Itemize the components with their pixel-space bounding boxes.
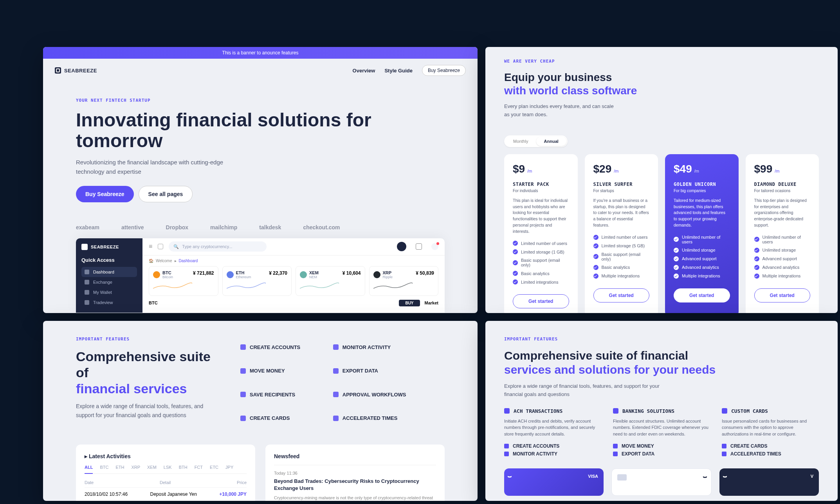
sidebar-item-dashboard[interactable]: Dashboard — [81, 267, 137, 277]
toggle-monthly[interactable]: Monthly — [505, 137, 536, 146]
service-col: BANKING SOLUTIONSFlexible account struct… — [613, 408, 710, 457]
cube-icon[interactable] — [158, 244, 163, 249]
card-dark: V — [719, 468, 819, 496]
tab-XEM[interactable]: XEM — [147, 465, 157, 470]
buy-symbol: BTC — [149, 301, 158, 305]
chip-icon — [617, 474, 627, 481]
service-col: ACH TRANSACTIONSInitiate ACH credits and… — [504, 408, 601, 457]
sidebar-item-tradeview[interactable]: Tradeview — [81, 297, 137, 308]
news-card: Newsfeed Today 11:36 Beyond Bad Trades: … — [265, 445, 445, 501]
mock-topbar: ≡ 🔍Type any cryptocurrency... — [142, 238, 445, 256]
service-link[interactable]: EXPORT DATA — [613, 451, 710, 457]
feature-create-accounts[interactable]: CREATE ACCOUNTS — [240, 337, 314, 358]
services-panel: IMPORTANT FEATURES Comprehensive suite o… — [485, 321, 838, 501]
tab-ETC[interactable]: ETC — [210, 465, 218, 470]
service-link[interactable]: CREATE CARDS — [722, 443, 819, 449]
see-all-button[interactable]: See all pages — [139, 186, 193, 202]
services-eyebrow: IMPORTANT FEATURES — [504, 337, 819, 342]
ticker-XRP[interactable]: XRPRipple¥ 50,839 — [369, 266, 439, 296]
feature-export-data[interactable]: EXPORT DATA — [333, 360, 406, 382]
buy-button[interactable]: Buy Seabreeze — [76, 186, 134, 202]
service-icon — [722, 408, 727, 414]
ticker-XEM[interactable]: XEMNEM¥ 10,604 — [296, 266, 365, 296]
feature-monitor-activity[interactable]: MONITOR ACTIVITY — [333, 337, 406, 358]
check-icon — [513, 271, 518, 276]
tab-BTC[interactable]: BTC — [100, 465, 108, 470]
card-white — [611, 468, 712, 496]
bell-icon[interactable] — [431, 243, 438, 250]
plan-feature: Basic support (email only) — [513, 258, 569, 267]
tab-JPY[interactable]: JPY — [225, 465, 233, 470]
features-sub: Explore a wide range of financial tools,… — [76, 402, 209, 419]
feature-save-recipients[interactable]: SAVE RECIPIENTS — [240, 384, 314, 405]
logo-attentive: attentive — [121, 224, 144, 230]
toggle-annual[interactable]: Annual — [536, 137, 566, 146]
crumb-welcome[interactable]: Welcome — [156, 259, 172, 263]
plan-feature: Limited storage (5 GB) — [593, 243, 650, 248]
sidebar-icon — [85, 290, 89, 295]
pricing-eyebrow: WE ARE VERY CHEAP — [504, 59, 819, 64]
tab-XRP[interactable]: XRP — [131, 465, 140, 470]
sidebar-brand-icon — [81, 244, 88, 250]
brand[interactable]: SEABREEZE — [55, 67, 97, 74]
ticker-BTC[interactable]: BTCBitcoin¥ 721,882 — [149, 266, 218, 296]
feature-accelerated-times[interactable]: ACCELERATED TIMES — [333, 408, 406, 429]
app-mockup: SEABREEZE Quick Access DashboardExchange… — [76, 238, 445, 313]
service-link[interactable]: ACCELERATED TIMES — [722, 451, 819, 457]
hero-sub: Revolutionizing the financial landscape … — [76, 158, 233, 176]
tab-ALL[interactable]: ALL — [85, 465, 93, 474]
gear-icon[interactable] — [416, 243, 422, 250]
ticker-ETH[interactable]: ETHEthereum¥ 22,370 — [222, 266, 292, 296]
tab-FCT[interactable]: FCT — [195, 465, 203, 470]
feature-create-cards[interactable]: CREATE CARDS — [240, 408, 314, 429]
table-row[interactable]: 2018/10/02 10:57:46Deposit Japanese Yen+… — [85, 487, 247, 501]
feature-approval-workflows[interactable]: APPROVAL WORKFLOWS — [333, 384, 406, 405]
features-headline: Comprehensive suite offinancial services — [76, 349, 217, 396]
news-item[interactable]: Today 11:36 Beyond Bad Trades: Cybersecu… — [274, 465, 436, 501]
avatar[interactable] — [397, 242, 406, 251]
announcement-banner[interactable]: This is a banner to anounce features — [43, 47, 478, 59]
search-input[interactable]: 🔍Type any cryptocurrency... — [169, 241, 267, 252]
nav-overview[interactable]: Overview — [353, 68, 375, 74]
plan-feature: Limited storage (1 GB) — [513, 249, 569, 254]
plan-feature: Unlimited storage — [754, 248, 811, 253]
plan-cta-button[interactable]: Get started — [513, 294, 569, 308]
plan-cta-button[interactable]: Get started — [593, 288, 650, 302]
hero-panel: This is a banner to anounce features SEA… — [43, 47, 478, 313]
plan-for: For big companies — [674, 189, 730, 193]
plan-price: $99/m — [754, 163, 811, 175]
sidebar-section-title: Quick Access — [81, 257, 137, 263]
plan-name: DIAMOND DELUXE — [754, 182, 811, 187]
plan-cta-button[interactable]: Get started — [754, 288, 811, 302]
plan-feature: Limited integrations — [513, 279, 569, 284]
plan-silver-surfer: $29/mSILVER SURFERFor startupsIf you're … — [585, 154, 658, 313]
hero-cta-row: Buy Seabreeze See all pages — [76, 186, 445, 202]
billing-toggle[interactable]: Monthly Annual — [504, 135, 568, 147]
tab-ETH[interactable]: ETH — [115, 465, 124, 470]
sidebar-item-my-wallet[interactable]: My Wallet — [81, 287, 137, 297]
sidebar-item-exchange[interactable]: Exchange — [81, 277, 137, 287]
logo-strip: exabeamattentiveDropboxmailchimptalkdesk… — [76, 224, 445, 230]
nav-buy-button[interactable]: Buy Seabreeze — [422, 65, 466, 76]
plan-desc: If you're a small business or a startup,… — [593, 198, 650, 229]
plan-diamond-deluxe: $99/mDIAMOND DELUXEFor tailored ocasions… — [746, 154, 819, 313]
table-header: DateDetailPrice — [85, 478, 247, 487]
check-icon — [513, 279, 518, 284]
contactless-icon — [705, 474, 706, 479]
buy-button-mock[interactable]: BUY — [399, 300, 420, 306]
feature-icon — [333, 344, 339, 350]
crumb-dash[interactable]: Dashboard — [179, 259, 198, 263]
plan-feature: Unlimited number of users — [674, 235, 730, 244]
top-nav: Overview Style Guide Buy Seabreeze — [353, 65, 466, 76]
tab-LSK[interactable]: LSK — [164, 465, 172, 470]
hero-headline: Innovating financial solutions for tomor… — [76, 110, 445, 151]
plan-cta-button[interactable]: Get started — [674, 288, 730, 302]
service-link[interactable]: MONITOR ACTIVITY — [504, 451, 601, 457]
service-link[interactable]: MOVE MONEY — [613, 443, 710, 449]
services-columns: ACH TRANSACTIONSInitiate ACH credits and… — [504, 408, 819, 457]
nav-styleguide[interactable]: Style Guide — [384, 68, 413, 74]
service-link[interactable]: CREATE ACCOUNTS — [504, 443, 601, 449]
service-desc: Initiate ACH credits and debits, verify … — [504, 418, 601, 437]
tab-BTH[interactable]: BTH — [179, 465, 187, 470]
feature-move-money[interactable]: MOVE MONEY — [240, 360, 314, 382]
